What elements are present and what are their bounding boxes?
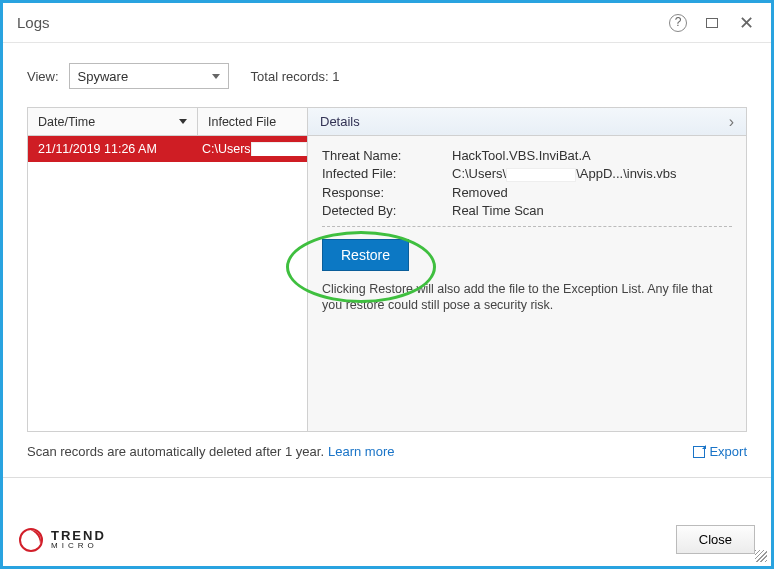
divider	[3, 477, 771, 478]
brand-logo: TREND MICRO	[19, 528, 106, 552]
chevron-down-icon	[212, 74, 220, 79]
view-label: View:	[27, 69, 59, 84]
chevron-right-icon: ›	[729, 113, 734, 131]
restore-note: Clicking Restore will also add the file …	[322, 281, 732, 315]
content-area: View: Spyware Total records: 1 Date/Time…	[3, 43, 771, 513]
learn-more-link[interactable]: Learn more	[328, 444, 394, 459]
table-body: 21/11/2019 11:26 AM C:\Users	[28, 136, 307, 431]
restore-button[interactable]: Restore	[322, 239, 409, 271]
brand-name-bottom: MICRO	[51, 542, 106, 550]
export-link[interactable]: Export	[693, 444, 747, 459]
log-panel: Date/Time Infected File 21/11/2019 11:26…	[27, 107, 747, 432]
details-pane: Details › Threat Name:HackTool.VBS.InviB…	[308, 108, 746, 431]
infected-file-value: C:\Users\\AppD...\invis.vbs	[452, 166, 732, 182]
threat-name-value: HackTool.VBS.InviBat.A	[452, 148, 732, 163]
log-table: Date/Time Infected File 21/11/2019 11:26…	[28, 108, 308, 431]
view-select[interactable]: Spyware	[69, 63, 229, 89]
view-row: View: Spyware Total records: 1	[27, 63, 747, 89]
titlebar: Logs ? ✕	[3, 3, 771, 43]
close-button[interactable]: Close	[676, 525, 755, 554]
sort-desc-icon	[179, 119, 187, 124]
help-icon[interactable]: ?	[667, 12, 689, 34]
logs-window: Logs ? ✕ View: Spyware Total records: 1 …	[0, 0, 774, 569]
details-header[interactable]: Details ›	[308, 108, 746, 136]
threat-name-label: Threat Name:	[322, 148, 452, 163]
col-header-datetime[interactable]: Date/Time	[28, 108, 198, 135]
redacted-region	[251, 142, 307, 156]
detected-by-label: Detected By:	[322, 203, 452, 218]
col-header-infected-file[interactable]: Infected File	[198, 108, 307, 135]
cell-infected-file: C:\Users	[198, 142, 307, 156]
table-row[interactable]: 21/11/2019 11:26 AM C:\Users	[28, 136, 307, 162]
table-header: Date/Time Infected File	[28, 108, 307, 136]
window-footer: TREND MICRO Close	[3, 513, 771, 566]
resize-grip-icon[interactable]	[755, 550, 767, 562]
maximize-icon[interactable]	[701, 12, 723, 34]
footer-info-row: Scan records are automatically deleted a…	[27, 444, 747, 459]
response-value: Removed	[452, 185, 732, 200]
export-icon	[693, 446, 705, 458]
total-records: Total records: 1	[251, 69, 340, 84]
cell-datetime: 21/11/2019 11:26 AM	[28, 142, 198, 156]
trend-micro-icon	[19, 528, 43, 552]
divider	[322, 226, 732, 227]
detected-by-value: Real Time Scan	[452, 203, 732, 218]
redacted-region	[506, 168, 576, 182]
close-icon[interactable]: ✕	[735, 12, 757, 34]
view-selected-value: Spyware	[78, 69, 129, 84]
response-label: Response:	[322, 185, 452, 200]
auto-delete-note: Scan records are automatically deleted a…	[27, 444, 324, 459]
details-body: Threat Name:HackTool.VBS.InviBat.A Infec…	[308, 136, 746, 326]
window-title: Logs	[17, 14, 50, 31]
infected-file-label: Infected File:	[322, 166, 452, 182]
